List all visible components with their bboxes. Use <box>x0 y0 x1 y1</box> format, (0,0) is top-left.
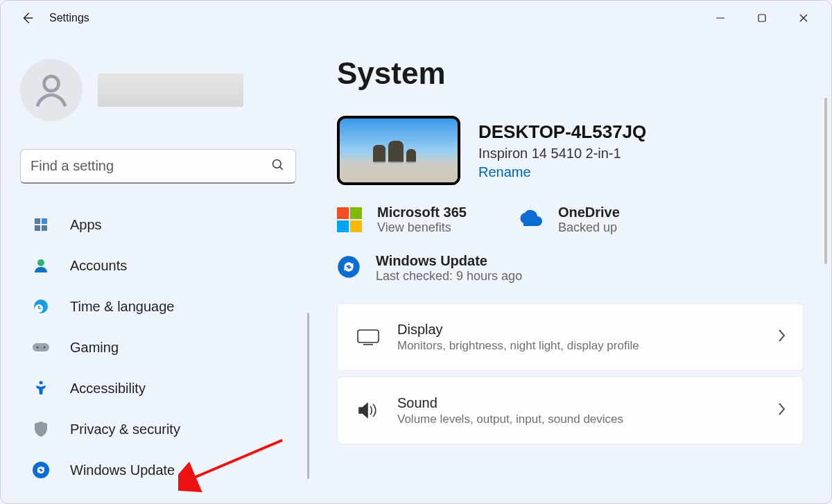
svg-rect-9 <box>35 225 40 231</box>
person-icon <box>32 71 71 110</box>
windows-update-card[interactable]: Windows Update Last checked: 9 hours ago <box>337 253 804 284</box>
svg-rect-7 <box>35 218 40 224</box>
window-controls <box>700 4 824 32</box>
close-button[interactable] <box>783 4 824 32</box>
svg-rect-8 <box>42 218 47 224</box>
back-arrow-icon <box>19 10 35 26</box>
info-sub: Backed up <box>558 220 620 235</box>
svg-rect-14 <box>33 343 49 351</box>
sidebar: Apps Accounts Time & language Gaming <box>1 35 309 503</box>
settings-item-display[interactable]: Display Monitors, brightness, night ligh… <box>337 303 804 371</box>
svg-point-5 <box>273 160 281 168</box>
settings-title: Sound <box>397 395 777 411</box>
profile-section[interactable] <box>1 42 309 121</box>
device-model: Inspiron 14 5410 2-in-1 <box>478 146 646 162</box>
microsoft-365-card[interactable]: Microsoft 365 View benefits <box>337 205 467 235</box>
svg-rect-10 <box>42 225 47 231</box>
sidebar-item-accounts[interactable]: Accounts <box>1 245 309 286</box>
onedrive-card[interactable]: OneDrive Backed up <box>515 205 620 235</box>
onedrive-cloud-icon <box>515 209 543 230</box>
avatar <box>20 59 83 121</box>
gaming-icon <box>31 338 51 357</box>
main-content: System DESKTOP-4L537JQ Inspiron 14 5410 … <box>309 35 831 503</box>
maximize-button[interactable] <box>741 4 783 32</box>
nav-label: Privacy & security <box>70 422 180 437</box>
search-icon <box>271 158 285 175</box>
minimize-icon <box>716 13 725 23</box>
nav-label: Gaming <box>70 340 119 356</box>
chevron-right-icon <box>777 328 786 346</box>
settings-sub: Monitors, brightness, night light, displ… <box>397 339 777 353</box>
svg-point-11 <box>37 259 44 266</box>
settings-list: Display Monitors, brightness, night ligh… <box>337 303 804 444</box>
search-wrapper <box>20 149 296 184</box>
minimize-button[interactable] <box>700 4 741 32</box>
accessibility-icon <box>31 379 51 398</box>
app-title: Settings <box>49 12 89 24</box>
search-input[interactable] <box>20 149 296 184</box>
sidebar-item-accessibility[interactable]: Accessibility <box>1 368 309 408</box>
sidebar-item-apps[interactable]: Apps <box>1 205 309 245</box>
device-info: DESKTOP-4L537JQ Inspiron 14 5410 2-in-1 … <box>478 121 646 180</box>
settings-item-sound[interactable]: Sound Volume levels, output, input, soun… <box>337 376 804 444</box>
rename-link[interactable]: Rename <box>478 164 646 180</box>
desktop-thumbnail[interactable] <box>337 116 460 185</box>
nav-label: Time & language <box>70 299 174 315</box>
device-name: DESKTOP-4L537JQ <box>478 121 646 143</box>
svg-point-16 <box>43 346 45 348</box>
windows-update-icon <box>31 460 51 480</box>
nav-label: Windows Update <box>70 462 175 478</box>
chevron-right-icon <box>777 401 786 419</box>
svg-rect-1 <box>759 15 765 21</box>
settings-sub: Volume levels, output, input, sound devi… <box>397 412 777 426</box>
shield-icon <box>31 419 51 439</box>
sidebar-item-gaming[interactable]: Gaming <box>1 327 309 367</box>
page-scrollbar[interactable] <box>824 98 827 264</box>
page-title: System <box>337 56 804 91</box>
nav-label: Accounts <box>70 258 127 274</box>
apps-icon <box>31 215 51 234</box>
accounts-icon <box>31 256 51 275</box>
display-icon <box>354 328 382 346</box>
info-sub: View benefits <box>377 220 467 235</box>
sidebar-item-privacy-security[interactable]: Privacy & security <box>1 409 309 449</box>
info-title: OneDrive <box>558 205 620 220</box>
maximize-icon <box>757 13 767 23</box>
sidebar-item-time-language[interactable]: Time & language <box>1 286 309 327</box>
nav-label: Apps <box>70 217 102 233</box>
info-sub: Last checked: 9 hours ago <box>376 269 522 284</box>
info-title: Windows Update <box>376 253 522 269</box>
device-row: DESKTOP-4L537JQ Inspiron 14 5410 2-in-1 … <box>337 116 804 185</box>
svg-point-4 <box>44 76 59 91</box>
titlebar: Settings <box>1 1 831 35</box>
svg-line-6 <box>280 167 283 170</box>
nav-label: Accessibility <box>70 381 146 397</box>
nav-list: Apps Accounts Time & language Gaming <box>1 205 309 490</box>
sidebar-item-windows-update[interactable]: Windows Update <box>1 450 309 490</box>
microsoft-logo-icon <box>337 207 362 232</box>
svg-point-17 <box>40 381 43 385</box>
svg-point-15 <box>36 346 38 348</box>
settings-title: Display <box>397 322 777 338</box>
back-button[interactable] <box>13 4 41 32</box>
windows-update-icon <box>337 255 361 281</box>
profile-name-placeholder <box>98 73 243 107</box>
close-icon <box>799 13 808 23</box>
clock-globe-icon <box>31 297 51 316</box>
svg-rect-20 <box>358 330 379 342</box>
info-title: Microsoft 365 <box>377 205 467 220</box>
sound-icon <box>354 401 382 420</box>
